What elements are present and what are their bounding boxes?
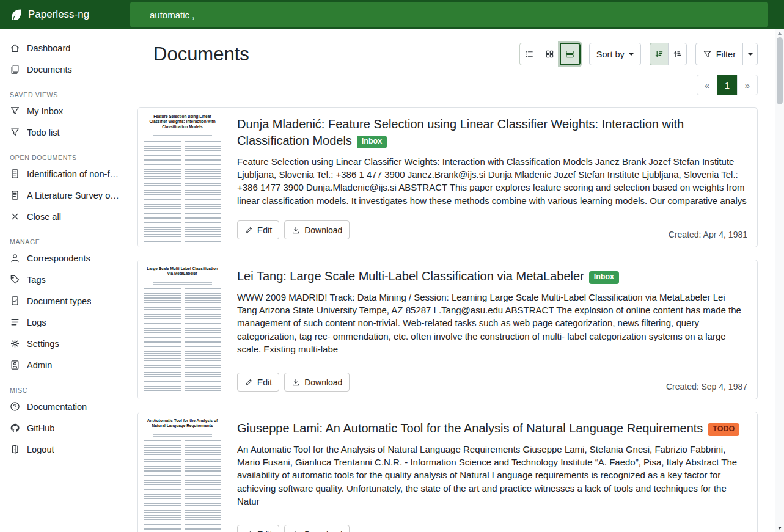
document-icon [10,169,20,179]
scrollbar-up-arrow[interactable] [775,30,784,37]
grid-view-button[interactable] [540,43,560,65]
pencil-icon [244,226,253,235]
document-title-link[interactable]: Dunja Mladenić: Feature Selection using … [237,117,684,147]
document-card: Feature Selection using Linear Classifie… [137,107,758,247]
document-list: Feature Selection using Linear Classifie… [137,107,758,532]
scrollbar-down-arrow[interactable] [775,524,784,531]
sidebar-item-close-all[interactable]: Close all [0,206,130,227]
download-icon [291,226,300,235]
documents-toolbar: Sort by Filter [519,43,758,65]
sort-direction-group [650,43,687,65]
sidebar-item-logout[interactable]: Logout [0,439,130,460]
thumbnail-title: An Automatic Tool for the Analysis of Na… [144,418,221,429]
filter-button-group: Filter [695,43,758,65]
download-icon [291,530,300,532]
sidebar-item-document-types[interactable]: Document types [0,290,130,312]
sidebar-item-label: Admin [27,360,52,370]
sidebar-item-settings[interactable]: Settings [0,333,130,354]
download-label: Download [304,530,342,532]
sidebar-section-misc: MISC [10,387,120,394]
edit-button[interactable]: Edit [237,525,279,532]
sidebar-item-label: GitHub [27,423,54,433]
detail-view-button[interactable] [560,43,581,65]
thumbnail-text-columns [144,288,221,394]
sidebar-item-label: Document types [27,296,91,306]
thumbnail-text-lines [144,440,181,532]
documents-icon [10,64,20,75]
edit-label: Edit [257,377,272,387]
sidebar-item-open-document-1[interactable]: Identification of non-fu... [0,163,130,184]
person-badge-icon [10,360,20,370]
app-brand[interactable]: Paperless-ng [0,0,130,29]
document-title-link[interactable]: Giuseppe Lami: An Automatic Tool for the… [237,421,703,435]
sidebar-item-todo-list[interactable]: Todo list [0,122,130,143]
sort-descending-button[interactable] [650,43,669,65]
thumbnail-text-lines [144,141,181,242]
tag-badge-inbox[interactable]: Inbox [357,136,387,148]
document-card-actions: Edit Download [237,525,747,532]
download-button[interactable]: Download [284,525,350,532]
view-toggle-group [519,43,581,65]
sidebar-item-my-inbox[interactable]: My Inbox [0,100,130,122]
download-button[interactable]: Download [284,220,350,239]
tag-badge-inbox[interactable]: Inbox [589,271,619,284]
sidebar-item-logs[interactable]: Logs [0,312,130,333]
document-card-actions: Edit Download Created: Apr 4, 1981 [237,220,747,239]
pagination-page-1[interactable]: 1 [717,75,738,95]
filter-button[interactable]: Filter [695,43,743,65]
edit-button[interactable]: Edit [237,373,279,392]
document-thumbnail[interactable]: An Automatic Tool for the Analysis of Na… [138,412,227,532]
document-thumbnail[interactable]: Feature Selection using Linear Classifie… [138,108,227,247]
sort-ascending-button[interactable] [668,43,687,65]
edit-label: Edit [257,225,272,235]
sidebar-item-label: Dashboard [27,43,70,53]
sidebar-item-tags[interactable]: Tags [0,269,130,290]
download-icon [291,378,300,387]
door-icon [10,444,20,454]
sidebar-item-admin[interactable]: Admin [0,354,130,376]
document-title: Lei Tang: Large Scale Multi-Label Classi… [237,268,747,285]
search-input[interactable] [130,2,768,27]
sort-descending-icon [654,49,664,59]
close-icon [10,211,20,222]
sidebar-item-dashboard[interactable]: Dashboard [0,37,130,59]
list-view-icon [525,49,534,59]
download-button[interactable]: Download [284,373,350,392]
tag-badge-todo[interactable]: TODO [708,423,739,436]
document-thumbnail[interactable]: Large Scale Multi-Label Classification v… [138,260,227,399]
pagination-prev[interactable]: « [697,75,717,95]
funnel-icon [10,127,20,137]
edit-label: Edit [257,530,272,532]
scrollbar-thumb[interactable] [777,37,783,104]
sidebar-item-label: Logs [27,318,46,327]
pagination-next[interactable]: » [737,75,758,95]
detail-view-icon [565,49,574,59]
sidebar-item-documents[interactable]: Documents [0,59,130,80]
thumbnail-title: Feature Selection using Linear Classifie… [144,114,221,129]
sort-ascending-icon [673,49,682,59]
thumbnail-text-lines [185,288,221,394]
funnel-icon [10,106,20,116]
edit-button[interactable]: Edit [237,220,279,239]
app-name: Paperless-ng [28,9,89,21]
person-icon [10,253,20,263]
sidebar-item-label: Todo list [27,128,60,137]
chevron-down-icon [748,53,753,56]
download-label: Download [304,225,342,235]
document-title-link[interactable]: Lei Tang: Large Scale Multi-Label Classi… [237,269,584,283]
list-view-button[interactable] [519,43,540,65]
scrollbar[interactable] [775,29,784,532]
sidebar-item-label: Correspondents [27,253,90,263]
sidebar-item-open-document-2[interactable]: A Literature Survey on ... [0,184,130,206]
sidebar-item-github[interactable]: GitHub [0,417,130,439]
pencil-icon [244,378,253,387]
filter-dropdown-button[interactable] [742,43,758,65]
sidebar-item-label: Close all [27,212,61,222]
document-excerpt: WWW 2009 MADRID! Track: Data Mining / Se… [237,291,747,355]
created-date: Created: Sep 4, 1987 [666,382,747,392]
sidebar-item-label: Logout [27,445,54,454]
sort-by-button[interactable]: Sort by [589,43,641,65]
sidebar-item-documentation[interactable]: Documentation [0,396,130,417]
sidebar-item-label: Documents [27,65,72,75]
sidebar-item-correspondents[interactable]: Correspondents [0,247,130,269]
